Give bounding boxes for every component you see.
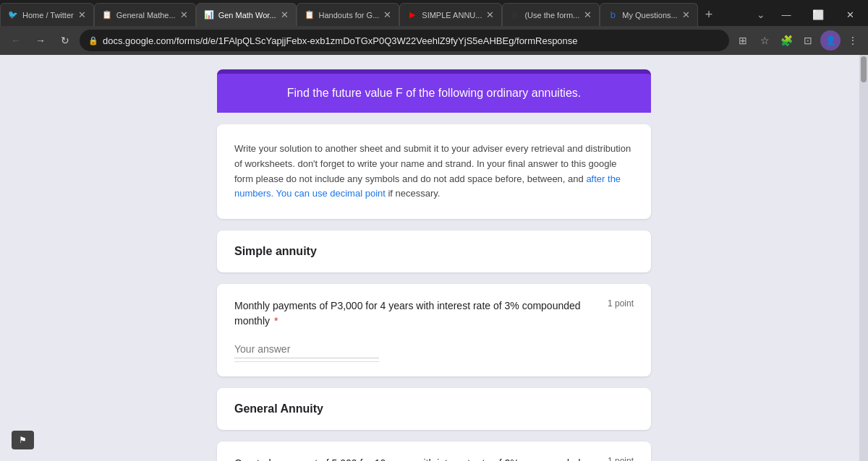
- scrollbar-track[interactable]: [859, 55, 868, 461]
- instruction-card: Write your solution to another sheet and…: [217, 124, 651, 219]
- question-text-1: Monthly payments of P3,000 for 4 years w…: [234, 298, 596, 329]
- instruction-text: Write your solution to another sheet and…: [234, 142, 634, 202]
- points-badge-1: 1 point: [608, 298, 634, 309]
- tab-close-btn[interactable]: ✕: [78, 9, 86, 20]
- tab-bar: 🐦 Home / Twitter ✕ 📋 General Mathe... ✕ …: [0, 0, 868, 26]
- media-btn[interactable]: ⊡: [799, 31, 817, 50]
- new-tab-btn[interactable]: +: [698, 3, 720, 26]
- tab-title: (Use the form...: [524, 11, 579, 20]
- form-icon-2: 📋: [305, 10, 315, 20]
- page-content: Find the future value F of the following…: [0, 55, 868, 461]
- tab-title: General Mathe...: [116, 11, 176, 20]
- form-icon: 📋: [102, 10, 112, 20]
- form-header: Find the future value F of the following…: [217, 69, 651, 113]
- required-star-1: *: [271, 315, 278, 327]
- section-general-annuity: General Annuity: [217, 388, 651, 430]
- tab-my-questions[interactable]: b My Questions... ✕: [600, 3, 697, 26]
- tab-title: Handouts for G...: [319, 11, 380, 20]
- question-card-2: Quarterly payment of 5,000 for 10 years …: [217, 441, 651, 461]
- tab-use-the-form[interactable]: B (Use the form... ✕: [502, 3, 600, 26]
- tab-close-btn[interactable]: ✕: [383, 9, 391, 20]
- question-text-content-2: Quarterly payment of 5,000 for 10 years …: [234, 457, 581, 461]
- spreadsheet-icon: 📊: [204, 10, 214, 20]
- tab-handouts[interactable]: 📋 Handouts for G... ✕: [297, 3, 400, 26]
- youtube-icon: ▶: [407, 10, 417, 20]
- url-actions: ⊞ ☆ 🧩 ⊡ 👤 ⋮: [733, 30, 862, 51]
- browser-chrome: 🐦 Home / Twitter ✕ 📋 General Mathe... ✕ …: [0, 0, 868, 55]
- bookmark-icon: B: [510, 10, 520, 20]
- link-icon: b: [608, 10, 618, 20]
- profile-avatar[interactable]: 👤: [820, 30, 841, 51]
- window-controls: — ⬜ ✕: [771, 3, 868, 26]
- minimize-btn[interactable]: —: [771, 3, 801, 26]
- tab-close-btn[interactable]: ✕: [180, 9, 188, 20]
- twitter-icon: 🐦: [8, 10, 18, 20]
- question-text-2: Quarterly payment of 5,000 for 10 years …: [234, 456, 596, 461]
- tab-overflow-btn[interactable]: ⌄: [751, 3, 771, 26]
- question-text-content-1: Monthly payments of P3,000 for 4 years w…: [234, 300, 581, 327]
- form-container: Find the future value F of the following…: [217, 69, 651, 461]
- close-btn[interactable]: ✕: [835, 3, 865, 26]
- tab-close-btn[interactable]: ✕: [486, 9, 494, 20]
- section-title-simple: Simple annuity: [234, 245, 317, 257]
- forward-btn[interactable]: →: [30, 30, 51, 51]
- feedback-btn[interactable]: ⚑: [12, 431, 34, 449]
- scrollbar-thumb[interactable]: [861, 56, 867, 82]
- section-title-general: General Annuity: [234, 402, 323, 415]
- feedback-icon: ⚑: [19, 435, 27, 445]
- points-badge-2: 1 point: [608, 456, 634, 461]
- tab-title: My Questions...: [622, 11, 677, 20]
- maximize-btn[interactable]: ⬜: [803, 3, 833, 26]
- bookmark-btn[interactable]: ☆: [755, 31, 774, 50]
- address-bar: ← → ↻ 🔒 docs.google.com/forms/d/e/1FAlpQ…: [0, 26, 868, 55]
- tab-title: Home / Twitter: [22, 11, 74, 20]
- form-header-text: Find the future value F of the following…: [287, 87, 581, 99]
- question-header-1: Monthly payments of P3,000 for 4 years w…: [234, 298, 634, 329]
- reload-btn[interactable]: ↻: [55, 30, 75, 51]
- lock-icon: 🔒: [88, 36, 98, 46]
- tab-title: Gen Math Wor...: [218, 11, 276, 20]
- menu-btn[interactable]: ⋮: [843, 31, 862, 50]
- tab-gen-math-work[interactable]: 📊 Gen Math Wor... ✕: [196, 3, 297, 26]
- answer-input-1[interactable]: [234, 340, 379, 358]
- question-header-2: Quarterly payment of 5,000 for 10 years …: [234, 456, 634, 461]
- tab-close-btn[interactable]: ✕: [281, 9, 289, 20]
- tab-bar-wrapper: 🐦 Home / Twitter ✕ 📋 General Mathe... ✕ …: [0, 3, 751, 26]
- back-btn[interactable]: ←: [6, 30, 26, 51]
- tab-general-math[interactable]: 📋 General Mathe... ✕: [94, 3, 196, 26]
- section-simple-annuity: Simple annuity: [217, 231, 651, 272]
- tab-close-btn[interactable]: ✕: [584, 9, 592, 20]
- tab-simple-annu[interactable]: ▶ SIMPLE ANNU... ✕: [399, 3, 502, 26]
- tab-close-btn[interactable]: ✕: [682, 9, 690, 20]
- puzzle-btn[interactable]: 🧩: [777, 31, 796, 50]
- url-bar[interactable]: 🔒 docs.google.com/forms/d/e/1FAlpQLScYap…: [80, 30, 729, 51]
- tab-title: SIMPLE ANNU...: [422, 11, 482, 20]
- question-card-1: Monthly payments of P3,000 for 4 years w…: [217, 284, 651, 376]
- url-text: docs.google.com/forms/d/e/1FAlpQLScYapjj…: [103, 35, 720, 46]
- tab-home-twitter[interactable]: 🐦 Home / Twitter ✕: [0, 3, 94, 26]
- answer-placeholder-1: [234, 340, 379, 362]
- instruction-highlight-1: after the numbers. You can use decimal p…: [234, 173, 621, 199]
- extensions-btn[interactable]: ⊞: [733, 31, 752, 50]
